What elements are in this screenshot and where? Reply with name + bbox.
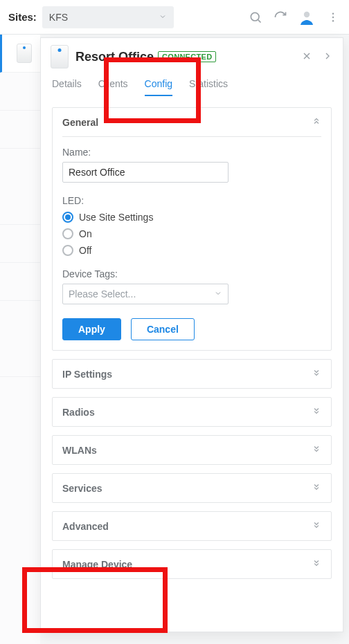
site-selector-value: KFS bbox=[49, 12, 68, 23]
section-ip-settings: IP Settings bbox=[52, 359, 332, 389]
device-row[interactable] bbox=[0, 73, 40, 111]
more-icon[interactable] bbox=[325, 10, 341, 25]
section-radios-title: Radios bbox=[62, 407, 95, 418]
expand-down-icon bbox=[312, 444, 321, 456]
search-icon[interactable] bbox=[248, 10, 263, 25]
device-row[interactable] bbox=[0, 225, 40, 263]
svg-point-3 bbox=[332, 12, 334, 14]
svg-line-1 bbox=[258, 19, 261, 22]
tabs: Details Clients Config Statistics bbox=[41, 73, 343, 96]
chevron-down-icon bbox=[214, 288, 222, 300]
section-radios: Radios bbox=[52, 397, 332, 427]
device-row[interactable] bbox=[0, 263, 40, 301]
expand-down-icon bbox=[312, 482, 321, 494]
ap-thumbnail-icon bbox=[17, 44, 32, 63]
section-advanced: Advanced bbox=[52, 511, 332, 541]
section-manage-header[interactable]: Manage Device bbox=[53, 550, 331, 578]
svg-point-2 bbox=[304, 11, 310, 17]
section-wlans-title: WLANs bbox=[62, 445, 97, 456]
tags-label: Device Tags: bbox=[62, 268, 321, 279]
apply-button[interactable]: Apply bbox=[62, 318, 121, 340]
svg-point-4 bbox=[332, 16, 334, 17]
site-selector[interactable]: KFS bbox=[42, 6, 174, 28]
topbar: Sites: KFS bbox=[0, 0, 349, 35]
tab-config[interactable]: Config bbox=[145, 78, 172, 96]
collapse-up-icon bbox=[312, 116, 321, 128]
section-wlans-header[interactable]: WLANs bbox=[53, 436, 331, 464]
name-label: Name: bbox=[62, 147, 321, 158]
device-panel: Resort Office CONNECTED Details Clients … bbox=[40, 37, 343, 632]
field-led: LED: Use Site Settings On Off bbox=[62, 195, 321, 256]
led-option-site[interactable]: Use Site Settings bbox=[62, 212, 321, 223]
panel-title: Resort Office bbox=[75, 50, 154, 64]
expand-down-icon bbox=[312, 368, 321, 380]
panel-header: Resort Office CONNECTED bbox=[41, 38, 343, 73]
chevron-down-icon bbox=[159, 12, 167, 23]
section-general-title: General bbox=[62, 117, 98, 128]
radio-icon bbox=[62, 245, 73, 256]
radio-icon bbox=[62, 212, 73, 223]
panel-content: General Name: LED: Use Site Settings bbox=[41, 96, 343, 598]
avatar[interactable] bbox=[298, 8, 316, 26]
led-option-on[interactable]: On bbox=[62, 228, 321, 239]
cancel-button[interactable]: Cancel bbox=[131, 318, 195, 340]
svg-point-5 bbox=[332, 20, 334, 21]
section-services-header[interactable]: Services bbox=[53, 474, 331, 502]
section-services: Services bbox=[52, 473, 332, 503]
section-ip-header[interactable]: IP Settings bbox=[53, 360, 331, 388]
device-row[interactable] bbox=[0, 149, 40, 225]
device-row-selected[interactable] bbox=[0, 35, 40, 73]
ap-thumbnail-icon bbox=[51, 45, 69, 68]
refresh-icon[interactable] bbox=[273, 10, 288, 25]
led-option-site-label: Use Site Settings bbox=[79, 212, 153, 223]
radio-icon bbox=[62, 228, 73, 239]
field-name: Name: bbox=[62, 147, 321, 183]
tab-statistics[interactable]: Statistics bbox=[189, 78, 228, 96]
led-label: LED: bbox=[62, 195, 321, 206]
section-advanced-header[interactable]: Advanced bbox=[53, 512, 331, 540]
tab-details[interactable]: Details bbox=[52, 78, 82, 96]
left-rail bbox=[0, 35, 40, 644]
tags-select[interactable]: Please Select... bbox=[62, 284, 229, 304]
close-icon[interactable] bbox=[301, 50, 312, 64]
section-manage-title: Manage Device bbox=[62, 559, 132, 570]
expand-down-icon bbox=[312, 406, 321, 418]
chevron-right-icon[interactable] bbox=[322, 50, 333, 64]
section-ip-title: IP Settings bbox=[62, 369, 112, 380]
device-row[interactable] bbox=[0, 301, 40, 377]
section-advanced-title: Advanced bbox=[62, 521, 109, 532]
section-manage-device: Manage Device bbox=[52, 549, 332, 579]
device-row[interactable] bbox=[0, 111, 40, 149]
name-input[interactable] bbox=[62, 162, 229, 183]
led-option-off-label: Off bbox=[79, 245, 91, 256]
led-option-on-label: On bbox=[79, 228, 92, 239]
sites-label: Sites: bbox=[8, 11, 37, 23]
section-general: General Name: LED: Use Site Settings bbox=[52, 107, 332, 351]
led-option-off[interactable]: Off bbox=[62, 245, 321, 256]
status-badge: CONNECTED bbox=[158, 51, 216, 62]
svg-point-0 bbox=[251, 12, 259, 21]
section-services-title: Services bbox=[62, 483, 102, 494]
expand-down-icon bbox=[312, 520, 321, 532]
section-wlans: WLANs bbox=[52, 435, 332, 465]
tab-clients[interactable]: Clients bbox=[98, 78, 128, 96]
tags-placeholder: Please Select... bbox=[69, 288, 136, 300]
section-radios-header[interactable]: Radios bbox=[53, 398, 331, 426]
section-general-header[interactable]: General bbox=[53, 108, 331, 136]
field-tags: Device Tags: Please Select... bbox=[62, 268, 321, 304]
expand-down-icon bbox=[312, 558, 321, 570]
